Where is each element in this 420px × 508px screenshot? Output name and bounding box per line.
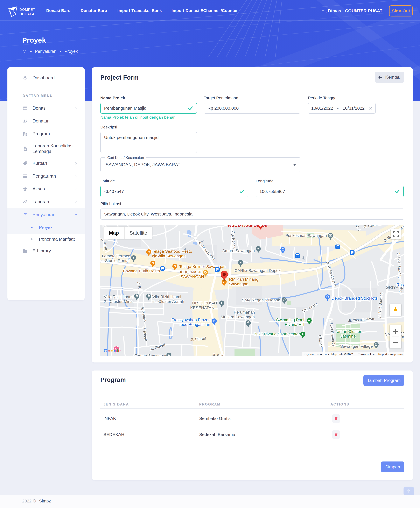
svg-text:Terms of Use: Terms of Use (358, 352, 375, 356)
svg-text:Lomoto Terrace: Lomoto Terrace (102, 254, 130, 258)
svg-text:o: o (111, 348, 114, 353)
svg-text:Sawangan: Sawangan (229, 282, 248, 286)
svg-text:Rasa: Rasa (396, 283, 404, 287)
svg-text:Perumahan: Perumahan (234, 310, 255, 314)
svg-text:Taman Sawangan: Taman Sawangan (135, 353, 167, 356)
svg-text:g: g (114, 348, 117, 353)
svg-text:SMA Negeri 5 Depok: SMA Negeri 5 Depok (242, 298, 280, 302)
svg-text:Bukit Rivaria Sport center: Bukit Rivaria Sport center (254, 332, 300, 336)
svg-text:CARfix Sawangan Depok: CARfix Sawangan Depok (234, 268, 281, 273)
svg-text:2 - Cluster Arafah: 2 - Cluster Arafah (152, 299, 184, 304)
svg-text:Swimming Pool: Swimming Pool (276, 318, 304, 322)
svg-text:Telaga Seafood Resto: Telaga Seafood Resto (152, 249, 192, 254)
svg-text:Villa Rizki Ilhami: Villa Rizki Ilhami (104, 295, 134, 299)
svg-text:Vila Rizki Ilhami: Vila Rizki Ilhami (152, 295, 181, 299)
svg-text:Satellite: Satellite (130, 230, 147, 236)
svg-text:RM Kari Minang: RM Kari Minang (229, 277, 258, 282)
svg-text:o: o (107, 348, 111, 353)
svg-text:food Pengasinan: food Pengasinan (180, 322, 210, 327)
svg-text:SAWANGAN: SAWANGAN (180, 274, 204, 279)
svg-text:2 - Cluster Mina: 2 - Cluster Mina (104, 299, 133, 304)
svg-text:KESEHATAN...: KESEHATAN... (190, 306, 218, 310)
svg-text:Mutiara Sawangan: Mutiara Sawangan (221, 315, 255, 319)
svg-text:Report a map error: Report a map error (378, 352, 403, 356)
svg-text:KOPI NAKO: KOPI NAKO (180, 270, 202, 274)
svg-text:Map data ©2022: Map data ©2022 (331, 352, 353, 356)
svg-text:Jasmine: Jasmine (340, 334, 356, 338)
svg-text:@Shila Sawangan: @Shila Sawangan (152, 254, 186, 258)
svg-text:G: G (104, 348, 107, 353)
svg-text:Keyboard shortcuts: Keyboard shortcuts (304, 352, 329, 356)
svg-text:Rivaria Hill: Rivaria Hill (285, 322, 304, 327)
svg-text:Bawang Putih Resto: Bawang Putih Resto (123, 269, 160, 273)
svg-text:Puskesmas Sawangan: Puskesmas Sawangan (285, 233, 327, 238)
svg-text:Sawangan Village: Sawangan Village (340, 344, 373, 349)
svg-text:Taman Cluster: Taman Cluster (335, 329, 361, 334)
svg-text:Depok Branded Stocklots: Depok Branded Stocklots (331, 296, 378, 300)
svg-text:Frozzyoyshop Frozen: Frozzyoyshop Frozen (171, 318, 210, 322)
svg-text:e: e (118, 348, 121, 353)
svg-text:Map: Map (109, 230, 119, 236)
svg-text:UPTD PUSAT: UPTD PUSAT (192, 301, 218, 305)
svg-text:Amore Sawangan: Amore Sawangan (222, 248, 255, 253)
svg-text:- Studio Rental: - Studio Rental (103, 258, 129, 263)
